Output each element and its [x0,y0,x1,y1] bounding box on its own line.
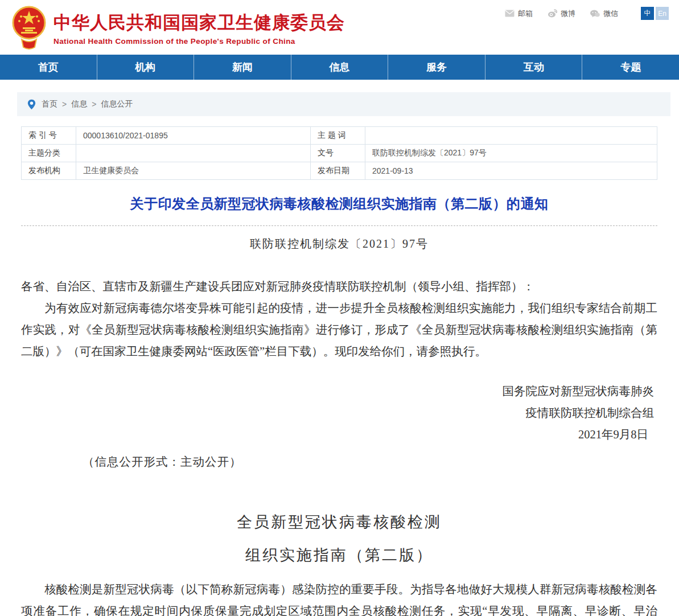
breadcrumb-home[interactable]: 首页 [42,99,57,109]
nav-item-news[interactable]: 新闻 [194,55,291,80]
meta-value-doc-no: 联防联控机制综发〔2021〕97号 [365,145,657,162]
table-row: 主题分类 文号 联防联控机制综发〔2021〕97号 [22,145,657,162]
national-emblem-logo[interactable] [11,4,47,52]
meta-value-issuer: 卫生健康委员会 [76,162,311,180]
breadcrumb-info[interactable]: 信息 [71,99,87,109]
weibo-icon [548,9,557,18]
signature-date: 2021年9月8日 [21,424,654,445]
mail-link[interactable]: 邮箱 [505,9,533,19]
mail-link-label: 邮箱 [518,9,533,19]
meta-label-category: 主题分类 [22,145,76,162]
nav-item-topics[interactable]: 专题 [582,55,679,80]
meta-value-pub-date: 2021-09-13 [365,162,657,180]
meta-value-subject-word [365,127,657,145]
weibo-link[interactable]: 微博 [548,9,575,19]
meta-label-issuer: 发布机构 [22,162,76,180]
lang-zh-button[interactable]: 中 [641,7,654,20]
nav-item-org[interactable]: 机构 [97,55,195,80]
lang-en-button[interactable]: En [656,7,669,20]
breadcrumb-separator: > [92,100,96,109]
site-title-en: National Health Commission of the People… [54,37,345,46]
dotted-divider [21,225,657,226]
nav-item-interaction[interactable]: 互动 [485,55,583,80]
signature-line-2: 疫情联防联控机制综合组 [21,402,654,424]
location-pin-icon [27,99,36,110]
wechat-link[interactable]: 微信 [590,9,618,19]
meta-label-subject-word: 主 题 词 [311,127,365,145]
wechat-icon [590,10,600,18]
mail-icon [505,10,515,17]
meta-label-pub-date: 发布日期 [311,162,365,180]
breadcrumb: 首页 > 信息 > 信息公开 [17,92,670,116]
wechat-link-label: 微信 [603,9,618,19]
signature-line-1: 国务院应对新型冠状病毒肺炎 [21,380,654,402]
guide-title-line-1: 全员新型冠状病毒核酸检测 [21,506,657,539]
page-title: 关于印发全员新型冠状病毒核酸检测组织实施指南（第二版）的通知 [21,195,657,213]
document-meta-table: 索 引 号 000013610/2021-01895 主 题 词 主题分类 文号… [21,126,657,180]
guide-title-line-2: 组织实施指南（第二版） [21,539,657,572]
signature-block: 国务院应对新型冠状病毒肺炎 疫情联防联控机制综合组 2021年9月8日 [21,380,657,445]
meta-label-index-no: 索 引 号 [22,127,76,145]
meta-label-doc-no: 文号 [311,145,365,162]
guide-intro-paragraph: 核酸检测是新型冠状病毒（以下简称新冠病毒）感染防控的重要手段。为指导各地做好大规… [21,578,657,616]
breadcrumb-info-disclosure[interactable]: 信息公开 [101,99,133,109]
site-title-cn: 中华人民共和国国家卫生健康委员会 [54,12,345,34]
guide-title: 全员新型冠状病毒核酸检测 组织实施指南（第二版） [21,506,657,572]
national-emblem-icon [11,4,47,52]
disclosure-note: （信息公开形式：主动公开） [21,451,657,473]
nav-item-info[interactable]: 信息 [291,55,389,80]
article-content: 索 引 号 000013610/2021-01895 主 题 词 主题分类 文号… [21,126,657,616]
doc-number: 联防联控机制综发〔2021〕97号 [21,236,657,252]
body-paragraph: 为有效应对新冠病毒德尔塔变异株可能引起的疫情，进一步提升全员核酸检测组织实施能力… [21,297,657,362]
site-header: 中华人民共和国国家卫生健康委员会 National Health Commiss… [0,0,679,55]
meta-value-category [76,145,311,162]
weibo-link-label: 微博 [561,9,575,19]
salutation-paragraph: 各省、自治区、直辖市及新疆生产建设兵团应对新冠肺炎疫情联防联控机制（领导小组、指… [21,276,657,297]
nav-item-home[interactable]: 首页 [0,55,97,80]
breadcrumb-separator: > [62,100,67,109]
nav-item-services[interactable]: 服务 [388,55,485,80]
language-switch: 中 En [641,7,669,20]
main-nav: 首页 机构 新闻 信息 服务 互动 专题 [0,55,679,80]
meta-value-index-no: 000013610/2021-01895 [76,127,311,145]
table-row: 发布机构 卫生健康委员会 发布日期 2021-09-13 [22,162,657,180]
table-row: 索 引 号 000013610/2021-01895 主 题 词 [22,127,657,145]
